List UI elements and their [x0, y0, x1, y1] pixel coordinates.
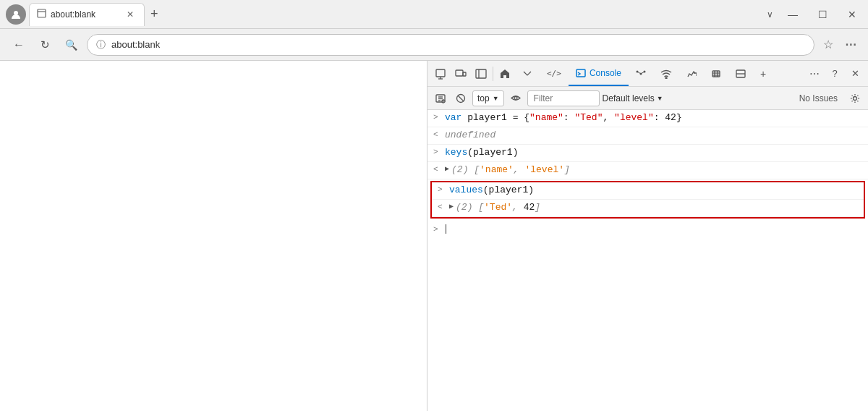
- tab-network[interactable]: [629, 61, 653, 86]
- svg-line-15: [641, 72, 644, 74]
- tab-new[interactable]: +: [753, 61, 773, 86]
- input-arrow-5: >: [438, 185, 446, 194]
- svg-point-16: [665, 77, 667, 79]
- console-code-3: keys(player1): [445, 147, 518, 158]
- address-bar: ← ↻ 🔍 ⓘ about:blank ☆ ⋯: [0, 29, 868, 61]
- devtools-tabs: </> Console: [495, 61, 804, 86]
- more-button[interactable]: ⋯: [842, 35, 859, 54]
- tab-performance[interactable]: [679, 61, 704, 86]
- url-bar[interactable]: ⓘ about:blank: [87, 34, 814, 56]
- help-icon: ?: [832, 68, 837, 79]
- cursor: [446, 224, 446, 234]
- console-toolbar: top ▼ Default levels ▼ No Issues: [427, 87, 868, 110]
- tab-wifi[interactable]: [653, 61, 679, 86]
- window-controls: ∨ — ☐ ✕: [767, 6, 862, 23]
- new-tab-button[interactable]: +: [145, 4, 164, 25]
- tab-close-button[interactable]: ✕: [124, 8, 137, 21]
- refresh-button[interactable]: ↻: [35, 35, 55, 55]
- close-button[interactable]: ✕: [842, 6, 862, 23]
- page-area: [0, 61, 213, 411]
- url-text: about:blank: [111, 39, 160, 50]
- context-dropdown[interactable]: top ▼: [472, 90, 504, 106]
- svg-rect-17: [712, 71, 720, 77]
- browser-tab[interactable]: about:blank ✕: [29, 3, 145, 26]
- tab-title: about:blank: [51, 9, 95, 20]
- console-line-2: < undefined: [427, 127, 868, 145]
- sidebar-toggle-button[interactable]: [471, 64, 491, 84]
- console-code-5: values(player1): [449, 185, 534, 195]
- inspect-element-button[interactable]: [430, 64, 451, 84]
- maximize-button[interactable]: ☐: [812, 6, 833, 23]
- output-arrow-2: <: [433, 130, 442, 139]
- add-tab-icon: +: [760, 68, 766, 80]
- svg-point-33: [854, 96, 857, 100]
- responsive-mode-button[interactable]: [451, 64, 471, 84]
- svg-line-31: [458, 96, 464, 101]
- devtools-help-button[interactable]: ?: [825, 64, 845, 84]
- svg-rect-7: [463, 72, 466, 76]
- clear-console-button[interactable]: [452, 90, 469, 107]
- default-levels-dropdown[interactable]: Default levels ▼: [603, 93, 663, 103]
- output-arrow-6: <: [438, 202, 446, 211]
- tab-debugger[interactable]: </>: [540, 61, 569, 86]
- input-arrow-prompt: >: [433, 224, 442, 234]
- refresh-icon: ↻: [41, 38, 50, 51]
- svg-rect-8: [476, 69, 486, 78]
- console-line-6: < ▶ (2) ['Ted', 42]: [432, 200, 864, 217]
- console-code-1: var player1 = {"name": "Ted", "level": 4…: [445, 112, 682, 123]
- console-line-1: > var player1 = {"name": "Ted", "level":…: [427, 110, 868, 127]
- minimize-button[interactable]: —: [782, 6, 804, 23]
- default-levels-arrow-icon: ▼: [657, 95, 663, 102]
- svg-point-32: [514, 97, 517, 100]
- preserve-log-button[interactable]: [432, 90, 449, 107]
- tab-memory[interactable]: [704, 61, 728, 86]
- debugger-icon: </>: [547, 69, 561, 78]
- devtools-panel: </> Console: [427, 61, 868, 411]
- title-bar: about:blank ✕ + ∨ — ☐ ✕: [0, 0, 868, 29]
- expand-button-6[interactable]: ▶: [449, 202, 454, 211]
- svg-rect-10: [576, 69, 585, 77]
- input-arrow-1: >: [433, 112, 442, 122]
- tab-page-icon: [37, 9, 46, 20]
- top-label: top: [477, 93, 490, 103]
- svg-rect-6: [456, 70, 463, 76]
- console-input-area: >: [427, 220, 868, 237]
- no-issues-text: No Issues: [799, 93, 838, 103]
- console-output-2: undefined: [445, 130, 495, 140]
- devtools-toolbar: </> Console: [427, 61, 868, 87]
- tab-inspector[interactable]: [515, 61, 540, 86]
- console-output: > var player1 = {"name": "Ted", "level":…: [427, 110, 868, 411]
- console-settings-button[interactable]: [846, 90, 864, 107]
- console-output-4: (2) ['name', 'level']: [451, 164, 570, 175]
- search-icon: 🔍: [65, 39, 77, 51]
- default-levels-label: Default levels: [603, 93, 655, 103]
- console-line-5: > values(player1): [432, 182, 864, 200]
- chevron-down-icon: ∨: [767, 9, 773, 20]
- expand-button-4[interactable]: ▶: [445, 164, 449, 173]
- title-bar-left: [6, 4, 26, 25]
- back-button[interactable]: ←: [9, 35, 29, 55]
- devtools-close-button[interactable]: ✕: [845, 64, 865, 84]
- info-icon: ⓘ: [96, 38, 106, 51]
- dropdown-arrow-icon: ▼: [493, 95, 499, 102]
- input-arrow-3: >: [433, 147, 442, 156]
- devtools-more-button[interactable]: ⋯: [804, 64, 825, 84]
- address-bar-right: ☆ ⋯: [820, 35, 859, 54]
- console-line-4: < ▶ (2) ['name', 'level']: [427, 162, 868, 179]
- tab-storage[interactable]: [728, 61, 753, 86]
- home-tab[interactable]: [495, 64, 515, 84]
- svg-line-14: [637, 72, 641, 74]
- main-content: </> Console: [0, 61, 868, 411]
- search-button[interactable]: 🔍: [61, 35, 81, 55]
- console-tab-label: Console: [590, 68, 621, 78]
- more-icon: ⋯: [809, 68, 820, 80]
- back-icon: ←: [13, 38, 25, 51]
- console-line-3: > keys(player1): [427, 145, 868, 162]
- filter-input[interactable]: [527, 90, 600, 106]
- favorite-button[interactable]: ☆: [820, 35, 836, 54]
- svg-rect-1: [38, 9, 46, 17]
- avatar: [6, 4, 26, 25]
- eye-button[interactable]: [507, 90, 524, 107]
- tab-console[interactable]: Console: [569, 61, 629, 86]
- output-arrow-4: <: [433, 164, 442, 174]
